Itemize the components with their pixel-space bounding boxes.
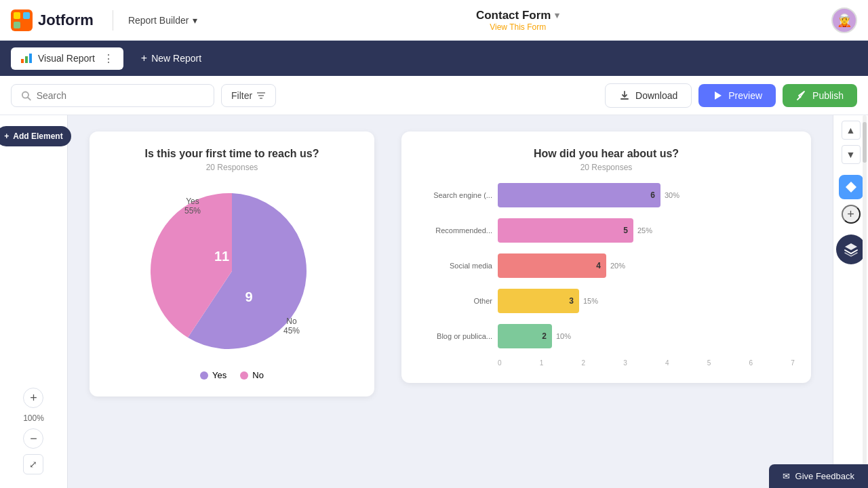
bar-chart-container: Search engine (... 6 30% Recommended... … bbox=[418, 183, 795, 367]
pie-no-value: 9 bbox=[245, 289, 252, 304]
publish-button[interactable]: Publish bbox=[783, 84, 857, 107]
bar-pct: 25% bbox=[637, 226, 652, 235]
pie-chart-card: Is this your first time to reach us? 20 … bbox=[90, 131, 374, 396]
pie-no-label: No 45% bbox=[283, 317, 300, 336]
preview-button[interactable]: Preview bbox=[698, 84, 776, 107]
feedback-label: Give Feedback bbox=[795, 471, 854, 481]
svg-marker-13 bbox=[715, 92, 722, 100]
x-tick: 7 bbox=[791, 359, 795, 367]
download-label: Download bbox=[635, 90, 677, 101]
bar-wrapper: 6 30% bbox=[498, 183, 795, 207]
header-divider bbox=[113, 10, 113, 30]
svg-rect-12 bbox=[620, 98, 629, 100]
bar: 5 bbox=[498, 218, 633, 243]
x-tick: 4 bbox=[665, 359, 669, 367]
publish-label: Publish bbox=[812, 90, 844, 101]
new-report-button[interactable]: + New Report bbox=[132, 47, 211, 69]
svg-rect-5 bbox=[25, 56, 28, 63]
form-title-text: Contact Form bbox=[476, 9, 551, 22]
give-feedback-button[interactable]: ✉ Give Feedback bbox=[769, 464, 868, 488]
bar-chart-title: How did you hear about us? bbox=[418, 148, 795, 160]
scrollbar-track bbox=[863, 115, 867, 488]
add-side-button[interactable]: + bbox=[842, 205, 861, 224]
visual-report-tab[interactable]: Visual Report ⋮ bbox=[11, 47, 123, 70]
x-axis: 01234567 bbox=[418, 359, 795, 367]
bar: 2 bbox=[498, 324, 552, 348]
new-report-plus-icon: + bbox=[141, 52, 147, 64]
publish-icon bbox=[796, 90, 807, 101]
add-element-button[interactable]: + Add Element bbox=[0, 126, 71, 146]
svg-rect-4 bbox=[21, 59, 24, 63]
bar-chart-card: How did you hear about us? 20 Responses … bbox=[401, 131, 811, 383]
layers-icon bbox=[844, 242, 859, 257]
bar-pct: 20% bbox=[610, 262, 625, 270]
filter-button[interactable]: Filter bbox=[221, 84, 276, 107]
x-tick: 2 bbox=[582, 359, 586, 367]
bar-chart-subtitle: 20 Responses bbox=[418, 163, 795, 172]
legend-no-dot bbox=[240, 371, 248, 380]
visual-report-label: Visual Report bbox=[38, 53, 95, 64]
legend-no-label: No bbox=[252, 370, 264, 380]
layers-button[interactable] bbox=[836, 235, 866, 264]
bar-pct: 15% bbox=[583, 297, 598, 305]
bar-label: Recommended... bbox=[418, 226, 492, 235]
x-tick: 5 bbox=[707, 359, 711, 367]
search-box[interactable] bbox=[11, 84, 214, 107]
svg-rect-1 bbox=[14, 12, 20, 19]
bar-wrapper: 3 15% bbox=[498, 289, 795, 313]
svg-rect-3 bbox=[14, 22, 20, 28]
logo-text: Jotform bbox=[38, 12, 94, 29]
bar-wrapper: 5 25% bbox=[498, 218, 795, 243]
feedback-icon: ✉ bbox=[783, 471, 790, 481]
bar-row: Blog or publica... 2 10% bbox=[418, 324, 795, 348]
pie-container: Yes 55% No 45% bbox=[106, 183, 358, 380]
jotform-side-icon[interactable] bbox=[839, 175, 863, 199]
x-tick: 1 bbox=[540, 359, 544, 367]
avatar[interactable]: 🧝 bbox=[831, 7, 857, 33]
zoom-in-button[interactable]: + bbox=[23, 388, 43, 408]
pie-legend: Yes No bbox=[200, 370, 264, 380]
scroll-up-button[interactable]: ▲ bbox=[842, 121, 861, 140]
x-tick: 6 bbox=[749, 359, 753, 367]
bar-wrapper: 2 10% bbox=[498, 324, 795, 348]
bar-pct: 10% bbox=[556, 332, 571, 340]
add-element-plus-icon: + bbox=[4, 131, 9, 141]
filter-icon bbox=[256, 91, 266, 100]
tab-options-icon[interactable]: ⋮ bbox=[103, 52, 114, 65]
download-icon bbox=[619, 90, 630, 101]
bar-chart-icon bbox=[20, 52, 33, 64]
scroll-down-button[interactable]: ▼ bbox=[842, 145, 861, 164]
diamond-icon bbox=[844, 180, 858, 194]
bar-row: Search engine (... 6 30% bbox=[418, 183, 795, 207]
bar-label: Other bbox=[418, 297, 492, 305]
download-button[interactable]: Download bbox=[605, 83, 692, 108]
search-input[interactable] bbox=[37, 90, 204, 101]
header-center: Contact Form ▾ View This Form bbox=[204, 9, 831, 32]
header: Jotform Report Builder ▾ Contact Form ▾ … bbox=[0, 0, 868, 41]
svg-rect-6 bbox=[29, 54, 32, 63]
jotform-logo-icon bbox=[11, 9, 33, 31]
scrollbar-thumb[interactable] bbox=[863, 122, 867, 163]
x-tick: 0 bbox=[498, 359, 502, 367]
preview-label: Preview bbox=[728, 90, 762, 101]
svg-point-14 bbox=[800, 96, 802, 98]
view-form-link[interactable]: View This Form bbox=[490, 22, 546, 32]
zoom-out-button[interactable]: − bbox=[23, 428, 43, 449]
left-sidebar: + Add Element + 100% − ⤢ bbox=[0, 115, 68, 488]
legend-yes: Yes bbox=[200, 370, 226, 380]
report-builder-dropdown-icon: ▾ bbox=[193, 15, 197, 26]
filter-label: Filter bbox=[231, 90, 252, 101]
pie-yes-value: 11 bbox=[214, 249, 229, 264]
bar-row: Social media 4 20% bbox=[418, 253, 795, 278]
report-builder-button[interactable]: Report Builder ▾ bbox=[121, 11, 205, 30]
zoom-controls: + 100% − ⤢ bbox=[23, 388, 44, 474]
pie-yes-label: Yes 55% bbox=[184, 197, 201, 216]
form-title-dropdown-icon[interactable]: ▾ bbox=[555, 10, 559, 20]
action-bar: Filter Download Preview Publish bbox=[0, 76, 868, 115]
bar-label: Blog or publica... bbox=[418, 332, 492, 340]
bar-row: Recommended... 5 25% bbox=[418, 218, 795, 243]
bar: 3 bbox=[498, 289, 579, 313]
bar-label: Search engine (... bbox=[418, 191, 492, 199]
expand-button[interactable]: ⤢ bbox=[23, 454, 43, 474]
form-title: Contact Form ▾ bbox=[476, 9, 560, 22]
